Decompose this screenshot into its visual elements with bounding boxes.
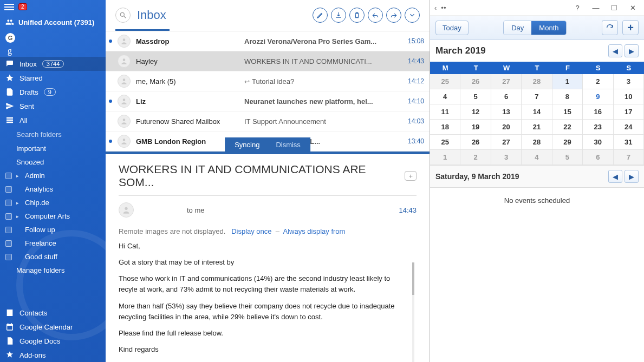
calendar-day[interactable]: 28 [522,135,552,150]
calendar-day[interactable]: 5 [460,89,491,104]
calendar-day[interactable]: 16 [583,104,613,120]
calendar-day[interactable]: 15 [552,104,583,120]
folder-checkbox[interactable] [5,186,12,193]
calendar-day[interactable]: 25 [430,135,460,150]
calendar-day[interactable]: 6 [491,89,522,104]
folder-item[interactable]: Analytics [0,182,106,196]
calendar-day[interactable]: 8 [552,89,583,104]
prev-day-button[interactable]: ◀ [608,170,622,183]
calendar-day[interactable]: 31 [614,135,644,150]
body-scrollbar[interactable] [412,262,414,362]
calendar-day[interactable]: 4 [430,89,460,104]
calendar-day[interactable]: 7 [522,89,552,104]
nav-starred[interactable]: Starred [0,71,106,85]
calendar-day[interactable]: 13 [491,104,522,120]
calendar-day[interactable]: 27 [491,74,522,89]
forward-button[interactable] [386,8,401,23]
calendar-day[interactable]: 1 [552,74,583,89]
display-once-link[interactable]: Display once [231,227,271,235]
folder-checkbox[interactable] [5,254,12,260]
message-row[interactable]: Futurenow Shared Mailbox IT Support Anno… [106,111,430,131]
calendar-day[interactable]: 23 [583,120,613,135]
message-row[interactable]: Hayley WORKERS IN IT AND COMMUNICATI... … [106,51,430,71]
nav-sent[interactable]: Sent [0,99,106,113]
calendar-day[interactable]: 26 [460,135,491,150]
message-row[interactable]: me, Mark (5) ↩Tutorial idea? 14:12 [106,71,430,91]
folder-item[interactable]: Freelance [0,236,106,250]
calendar-day[interactable]: 2 [460,150,491,165]
google-account-icon[interactable]: G [5,33,15,43]
calendar-day[interactable]: 28 [522,74,552,89]
calendar-day[interactable]: 22 [552,120,583,135]
minimize-button[interactable]: — [589,2,603,13]
folder-item[interactable]: ▸ Computer Arts [0,209,106,223]
message-row[interactable]: Liz Neuranet launches new platform, hel.… [106,91,430,111]
calendar-day[interactable]: 17 [614,104,644,120]
folder-item[interactable]: Good stuff [0,250,106,264]
refresh-button[interactable] [602,20,618,35]
add-event-button[interactable]: + [622,20,639,35]
nav-important[interactable]: Important [0,142,106,155]
calendar-day[interactable]: 20 [491,120,522,135]
calendar-day[interactable]: 29 [552,135,583,150]
calendar-day[interactable]: 4 [522,150,552,165]
nav-contacts[interactable]: Contacts [0,306,106,320]
view-month[interactable]: Month [531,21,566,35]
calendar-day[interactable]: 3 [491,150,522,165]
nav-drafts[interactable]: Drafts 9 [0,85,106,99]
download-button[interactable] [331,8,346,23]
folder-checkbox[interactable] [5,227,12,233]
calendar-day[interactable]: 21 [522,120,552,135]
calendar-day[interactable]: 12 [460,104,491,120]
view-day[interactable]: Day [504,21,531,35]
next-month-button[interactable]: ▶ [625,44,639,57]
calendar-day[interactable]: 1 [430,150,460,165]
search-folders[interactable]: Search folders [0,127,106,142]
close-button[interactable]: ✕ [626,2,640,13]
folder-checkbox[interactable] [5,240,12,247]
account-header[interactable]: Unified Account (7391) [0,14,106,31]
folder-checkbox[interactable] [5,173,12,179]
nav-google-docs[interactable]: Google Docs [0,334,106,348]
calendar-day[interactable]: 6 [583,150,613,165]
help-button[interactable]: ? [570,2,584,13]
calendar-day[interactable]: 18 [430,120,460,135]
folder-item[interactable]: ▸ Chip.de [0,196,106,209]
calendar-day[interactable]: 2 [583,74,613,89]
calendar-day[interactable]: 19 [460,120,491,135]
menu-icon[interactable] [4,4,14,10]
calendar-day[interactable]: 10 [614,89,644,104]
calendar-day[interactable]: 9 [583,89,613,104]
delete-button[interactable] [349,8,365,23]
maximize-button[interactable]: ☐ [607,2,621,13]
prev-month-button[interactable]: ◀ [608,44,622,57]
nav-inbox[interactable]: Inbox 3744 [0,57,106,71]
google-account-secondary[interactable]: g [8,46,98,56]
calendar-day[interactable]: 30 [583,135,613,150]
sender-avatar[interactable] [119,202,134,218]
next-day-button[interactable]: ▶ [625,170,639,183]
expand-thread-button[interactable]: + [405,171,417,181]
nav-addons[interactable]: Add-ons [0,348,106,362]
calendar-day[interactable]: 24 [614,120,644,135]
search-button[interactable] [115,8,131,23]
more-dots-icon[interactable]: •• [441,4,446,12]
reply-button[interactable] [368,8,383,23]
folder-checkbox[interactable] [5,213,12,220]
more-button[interactable] [405,8,420,23]
folder-checkbox[interactable] [5,200,12,206]
calendar-day[interactable]: 5 [552,150,583,165]
sync-dismiss[interactable]: Dismiss [276,141,301,149]
calendar-day[interactable]: 14 [522,104,552,120]
calendar-day[interactable]: 25 [430,74,460,89]
nav-snoozed[interactable]: Snoozed [0,155,106,169]
message-row[interactable]: Massdrop Arozzi Verona/Verona Pro Series… [106,31,430,51]
back-icon[interactable]: ‹ [434,4,437,12]
nav-all[interactable]: All [0,113,106,127]
manage-folders[interactable]: Manage folders [0,264,106,277]
calendar-day[interactable]: 11 [430,104,460,120]
today-button[interactable]: Today [435,21,469,35]
compose-button[interactable] [313,8,328,23]
calendar-day[interactable]: 26 [460,74,491,89]
folder-item[interactable]: Follow up [0,223,106,236]
